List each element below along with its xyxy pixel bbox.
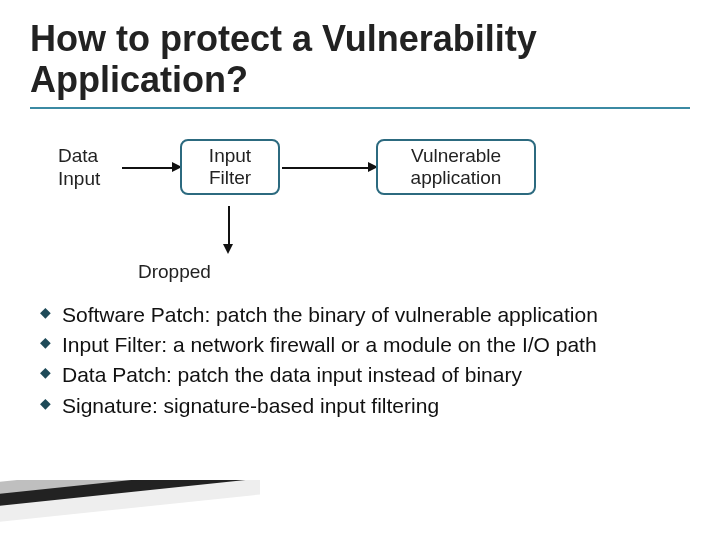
arrow-drop-line bbox=[228, 206, 230, 246]
page-title: How to protect a Vulnerability Applicati… bbox=[30, 18, 690, 109]
dropped-label: Dropped bbox=[138, 261, 690, 283]
list-item: Data Patch: patch the data input instead… bbox=[40, 361, 690, 389]
list-item: Software Patch: patch the binary of vuln… bbox=[40, 301, 690, 329]
arrow-filter-to-vuln bbox=[282, 167, 370, 169]
list-item: Input Filter: a network firewall or a mo… bbox=[40, 331, 690, 359]
box-vulnerable-app: Vulnerable application bbox=[376, 139, 536, 195]
diagram: Data Input Input Filter Vulnerable appli… bbox=[30, 137, 690, 207]
list-item: Signature: signature-based input filteri… bbox=[40, 392, 690, 420]
bullet-list: Software Patch: patch the binary of vuln… bbox=[30, 301, 690, 420]
box-input-filter: Input Filter bbox=[180, 139, 280, 195]
arrow-data-to-filter bbox=[122, 167, 174, 169]
data-input-label: Data Input bbox=[58, 145, 100, 191]
arrow-head-drop bbox=[223, 244, 233, 254]
slide-decoration bbox=[0, 480, 260, 530]
slide: How to protect a Vulnerability Applicati… bbox=[0, 0, 720, 540]
